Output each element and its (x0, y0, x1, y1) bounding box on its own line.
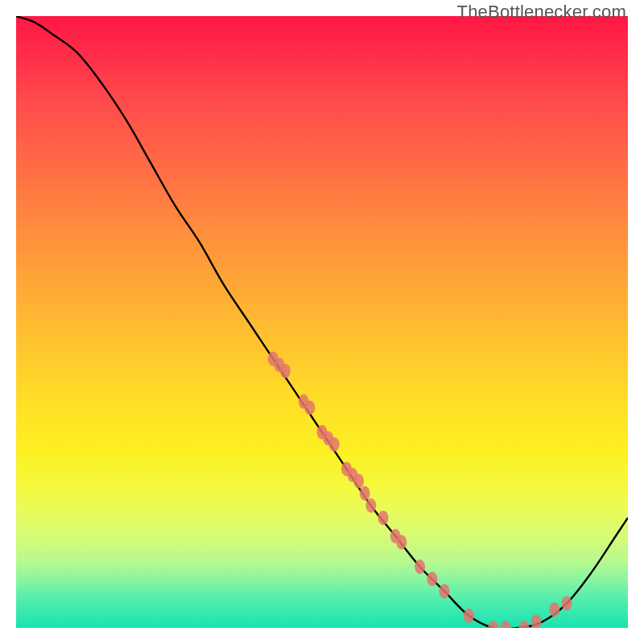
plot-gradient-background (16, 16, 628, 628)
chart-container: TheBottlenecker.com (0, 0, 644, 644)
watermark-label: TheBottlenecker.com (457, 2, 626, 23)
